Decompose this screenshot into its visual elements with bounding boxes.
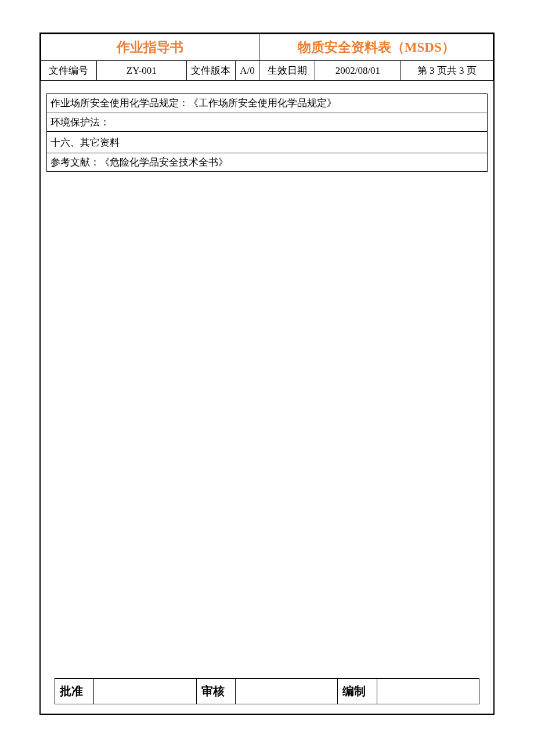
title-right: 物质安全资料表（MSDS） bbox=[259, 34, 493, 61]
doc-no-value: ZY-001 bbox=[96, 61, 186, 81]
content-table: 作业场所安全使用化学品规定：《工作场所安全使用化学品规定》 环境保护法： 十六、… bbox=[46, 93, 488, 172]
content-row-env-law: 环境保护法： bbox=[47, 113, 488, 132]
author-label: 编制 bbox=[338, 679, 377, 704]
author-blank bbox=[377, 679, 479, 704]
document-page: 作业指导书 物质安全资料表（MSDS） 文件编号 ZY-001 文件版本 A/0… bbox=[39, 33, 495, 715]
review-blank bbox=[235, 679, 337, 704]
content-row-workplace-rule: 作业场所安全使用化学品规定：《工作场所安全使用化学品规定》 bbox=[47, 94, 488, 113]
effective-value: 2002/08/01 bbox=[315, 61, 401, 81]
approve-blank bbox=[94, 679, 196, 704]
title-left: 作业指导书 bbox=[41, 34, 259, 61]
effective-label: 生效日期 bbox=[259, 61, 315, 81]
version-label: 文件版本 bbox=[186, 61, 235, 81]
doc-no-label: 文件编号 bbox=[41, 61, 97, 81]
review-label: 审核 bbox=[196, 679, 235, 704]
content-row-reference: 参考文献：《危险化学品安全技术全书》 bbox=[47, 153, 488, 172]
footer-signature-table: 批准 审核 编制 bbox=[55, 678, 479, 704]
header-table: 作业指导书 物质安全资料表（MSDS） 文件编号 ZY-001 文件版本 A/0… bbox=[41, 34, 493, 81]
approve-label: 批准 bbox=[55, 679, 94, 704]
section-header-16: 十六、其它资料 bbox=[47, 132, 488, 153]
version-value: A/0 bbox=[235, 61, 259, 81]
page-number: 第 3 页共 3 页 bbox=[400, 61, 493, 81]
